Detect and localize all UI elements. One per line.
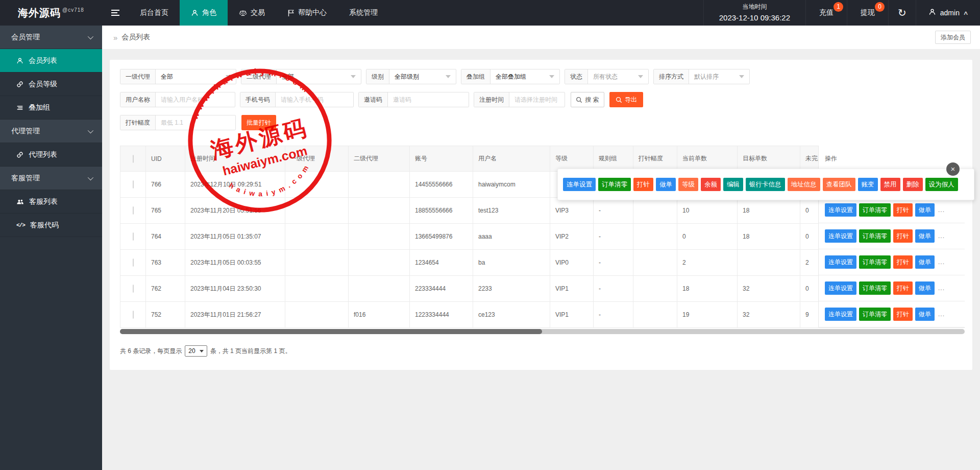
close-icon[interactable]: × [946, 162, 960, 176]
make-order-button[interactable]: 做单 [915, 255, 935, 269]
add-member-button[interactable]: 添加会员 [935, 31, 971, 44]
edit-button[interactable]: 编辑 [723, 178, 743, 191]
view-team-button[interactable]: 查看团队 [823, 178, 855, 191]
sidebar-group-service[interactable]: 客服管理 [0, 167, 102, 190]
filter-agent1: 一级代理 全部 [120, 69, 236, 84]
inject-button[interactable]: 打针 [893, 203, 913, 217]
col-account: 账号 [410, 146, 473, 172]
address-button[interactable]: 地址信息 [788, 178, 820, 191]
chain-order-button[interactable]: 连单设置 [825, 255, 856, 269]
level-select[interactable]: 全部级别 [389, 69, 456, 84]
nav-item-label: 系统管理 [349, 8, 378, 17]
inject-button[interactable]: 打针 [893, 255, 913, 269]
app-root: 海外源码 @cv718 后台首页 角色 交易 帮助中心 系统管理 [0, 0, 980, 470]
sidebar-item-service-code[interactable]: </> 客服代码 [0, 214, 102, 237]
invite-code-input[interactable] [388, 92, 469, 107]
per-page-select[interactable]: 20 [185, 345, 207, 357]
level-button[interactable]: 等级 [678, 178, 698, 191]
more-actions-button[interactable]: ... [938, 311, 945, 318]
agent1-select[interactable]: 全部 [156, 69, 236, 84]
nav-item-dashboard[interactable]: 后台首页 [129, 0, 180, 26]
set-fake-button[interactable]: 设为假人 [925, 178, 958, 191]
balance-button[interactable]: 余额 [701, 178, 721, 191]
row-actions: 连单设置 订单清零 打针 做单 ... [819, 275, 965, 301]
row-checkbox[interactable] [133, 311, 134, 319]
clear-orders-button[interactable]: 订单清零 [598, 178, 631, 191]
select-all-checkbox[interactable] [133, 155, 134, 163]
sidebar-item-member-list[interactable]: 会员列表 [0, 49, 102, 73]
nav-item-trade[interactable]: 交易 [228, 0, 276, 26]
sidebar-group-agent[interactable]: 代理管理 [0, 120, 102, 143]
sidebar-group-member[interactable]: 会员管理 [0, 26, 102, 49]
inject-button[interactable]: 打针 [893, 281, 913, 295]
make-order-button[interactable]: 做单 [915, 203, 935, 217]
phone-input[interactable] [276, 92, 353, 107]
sidebar-item-member-level[interactable]: 会员等级 [0, 73, 102, 96]
chain-order-button[interactable]: 连单设置 [825, 281, 856, 295]
recharge-button[interactable]: 充值 1 [805, 0, 847, 26]
batch-inject-button[interactable]: 批量打针 [241, 115, 276, 130]
nav-item-system[interactable]: 系统管理 [338, 0, 389, 26]
admin-menu[interactable]: admin ∧ [916, 0, 980, 26]
nav-item-help[interactable]: 帮助中心 [276, 0, 338, 26]
search-button[interactable]: 搜 索 [571, 92, 604, 107]
status-select[interactable]: 所有状态 [588, 69, 648, 84]
username-input[interactable] [156, 92, 235, 107]
scrollbar-thumb[interactable] [120, 329, 542, 334]
logo-badge: @cv718 [62, 7, 84, 13]
horizontal-scrollbar[interactable] [120, 329, 965, 334]
more-actions-button[interactable]: ... [938, 206, 945, 214]
more-actions-button[interactable]: ... [938, 258, 945, 266]
clear-orders-button[interactable]: 订单清零 [859, 255, 891, 269]
make-order-button[interactable]: 做单 [915, 229, 935, 243]
withdraw-button[interactable]: 提现 0 [847, 0, 888, 26]
inject-range-input[interactable] [156, 115, 235, 130]
stack-group-select[interactable]: 全部叠加组 [491, 69, 559, 84]
more-actions-button[interactable]: ... [938, 285, 945, 292]
row-checkbox[interactable] [133, 180, 134, 189]
code-icon: </> [16, 222, 25, 228]
select-value: 全部 [161, 73, 173, 81]
sidebar-item-service-list[interactable]: 客服列表 [0, 190, 102, 214]
export-button[interactable]: 导出 [609, 92, 643, 107]
nav-item-role[interactable]: 角色 [180, 0, 228, 26]
filter-label: 注册时间 [474, 92, 509, 107]
account-change-button[interactable]: 账变 [858, 178, 878, 191]
inject-button[interactable]: 打针 [893, 229, 913, 243]
chain-order-button[interactable]: 连单设置 [825, 203, 856, 217]
sidebar-item-label: 会员列表 [29, 56, 57, 65]
sort-select[interactable]: 默认排序 [689, 69, 749, 84]
refresh-icon[interactable]: ↻ [888, 0, 916, 26]
clear-orders-button[interactable]: 订单清零 [859, 229, 891, 243]
clear-orders-button[interactable]: 订单清零 [859, 308, 891, 321]
chain-order-button[interactable]: 连单设置 [825, 229, 856, 243]
clear-orders-button[interactable]: 订单清零 [859, 203, 891, 217]
row-checkbox[interactable] [133, 232, 134, 241]
more-actions-button[interactable]: ... [938, 232, 945, 240]
make-order-button[interactable]: 做单 [656, 178, 676, 191]
clear-orders-button[interactable]: 订单清零 [859, 281, 891, 295]
hamburger-icon[interactable] [102, 0, 129, 26]
sidebar-item-agent-list[interactable]: 代理列表 [0, 143, 102, 167]
agent2-select[interactable]: 全部 [277, 69, 361, 84]
make-order-button[interactable]: 做单 [915, 281, 935, 295]
filter-level: 级别 全部级别 [366, 69, 456, 84]
make-order-button[interactable]: 做单 [915, 308, 935, 321]
sidebar-item-stack-group[interactable]: 叠加组 [0, 96, 102, 120]
row-checkbox[interactable] [133, 258, 134, 267]
chain-order-button[interactable]: 连单设置 [563, 178, 596, 191]
col-level: 等级 [550, 146, 594, 172]
row-actions: 连单设置 订单清零 打针 做单 ... [819, 197, 965, 223]
row-checkbox[interactable] [133, 206, 134, 215]
row-checkbox[interactable] [133, 285, 134, 293]
disable-button[interactable]: 禁用 [880, 178, 900, 191]
delete-button[interactable]: 删除 [903, 178, 923, 191]
filter-register-time: 注册时间 [474, 92, 565, 107]
chevron-down-icon [88, 127, 93, 133]
inject-button[interactable]: 打针 [633, 178, 653, 191]
register-time-input[interactable] [509, 92, 565, 107]
local-time-value: 2023-12-10 09:36:22 [719, 12, 790, 24]
inject-button[interactable]: 打针 [893, 308, 913, 321]
chain-order-button[interactable]: 连单设置 [825, 308, 856, 321]
bank-card-button[interactable]: 银行卡信息 [746, 178, 785, 191]
